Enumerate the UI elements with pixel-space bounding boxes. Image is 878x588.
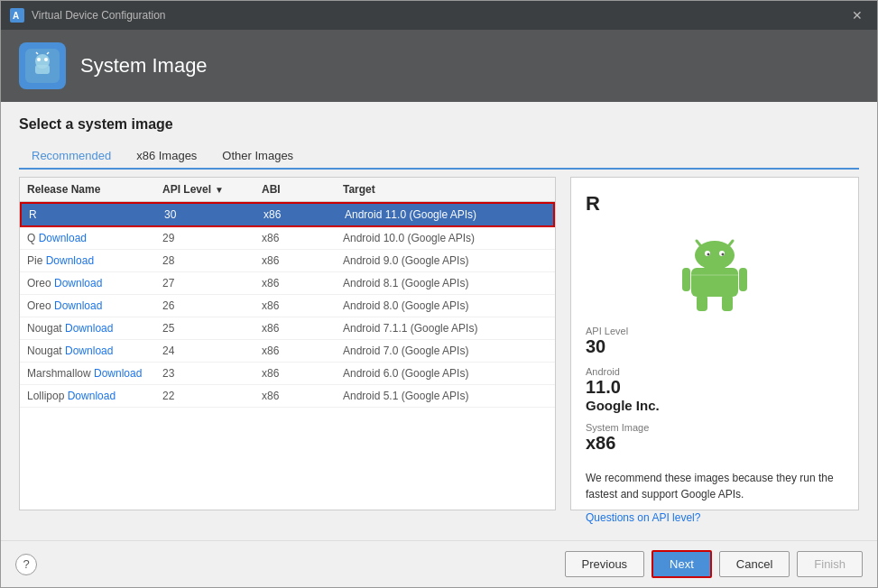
previous-button[interactable]: Previous: [565, 551, 645, 577]
download-link[interactable]: Download: [94, 367, 142, 380]
header: System Image: [1, 30, 877, 102]
info-description: We recommend these images because they r…: [586, 470, 844, 502]
api-label: API Level: [586, 326, 844, 336]
cell-release: Lollipop Download: [27, 390, 162, 402]
col-api: API Level ▼: [162, 183, 262, 196]
cell-target: Android 5.1 (Google APIs): [343, 390, 548, 402]
cell-abi: x86: [262, 322, 343, 335]
cell-abi: x86: [262, 254, 343, 267]
cell-api: 30: [164, 208, 263, 221]
cell-target: Android 6.0 (Google APIs): [343, 367, 548, 380]
android-robot: [586, 234, 844, 315]
table-row[interactable]: Q Download 29 x86 Android 10.0 (Google A…: [20, 227, 555, 250]
svg-rect-17: [682, 268, 690, 291]
footer-left: ?: [15, 554, 37, 575]
svg-text:A: A: [13, 11, 19, 21]
section-title: Select a system image: [19, 116, 859, 133]
table-header: Release Name API Level ▼ ABI Target: [20, 178, 555, 202]
table-row[interactable]: Oreo Download 26 x86 Android 8.0 (Google…: [20, 295, 555, 317]
android-robot-icon: [679, 234, 751, 315]
svg-point-6: [44, 58, 48, 61]
window: A Virtual Device Configuration ✕ System …: [0, 0, 878, 588]
help-button[interactable]: ?: [15, 554, 37, 575]
cell-release: R: [29, 208, 164, 221]
tab-x86[interactable]: x86 Images: [124, 143, 209, 170]
cell-target: Android 8.1 (Google APIs): [343, 277, 548, 289]
cell-target: Android 7.0 (Google APIs): [343, 345, 548, 357]
cell-abi: x86: [263, 208, 345, 221]
sort-icon: ▼: [215, 185, 224, 195]
cell-abi: x86: [262, 345, 343, 357]
col-target: Target: [343, 183, 548, 196]
cell-target: Android 8.0 (Google APIs): [343, 299, 548, 312]
col-abi: ABI: [262, 183, 343, 196]
table-row[interactable]: Nougat Download 24 x86 Android 7.0 (Goog…: [20, 340, 555, 363]
svg-rect-4: [35, 65, 50, 74]
cell-abi: x86: [262, 232, 343, 244]
questions-link[interactable]: Questions on API level?: [586, 511, 844, 524]
cancel-button[interactable]: Cancel: [719, 551, 790, 577]
svg-rect-16: [691, 268, 738, 297]
download-link[interactable]: Download: [65, 345, 113, 357]
content: Select a system image Recommended x86 Im…: [1, 102, 877, 533]
title-bar-left: A Virtual Device Configuration: [10, 8, 166, 23]
svg-rect-18: [739, 268, 747, 291]
cell-target: Android 10.0 (Google APIs): [343, 232, 548, 244]
main-area: Release Name API Level ▼ ABI Target: [19, 177, 859, 533]
download-link[interactable]: Download: [54, 299, 102, 312]
header-logo-icon: [25, 49, 60, 83]
download-link[interactable]: Download: [39, 232, 87, 244]
table-panel: Release Name API Level ▼ ABI Target: [19, 177, 556, 510]
cell-release: Marshmallow Download: [27, 367, 162, 380]
cell-api: 29: [162, 232, 262, 244]
android-label: Android: [586, 366, 844, 377]
cell-abi: x86: [262, 299, 343, 312]
table-row[interactable]: Oreo Download 27 x86 Android 8.1 (Google…: [20, 272, 555, 295]
svg-point-15: [722, 253, 725, 256]
table-body: R 30 x86 Android 11.0 (Google APIs) Q Do…: [20, 202, 555, 510]
download-link[interactable]: Download: [65, 322, 113, 335]
col-release: Release Name: [27, 183, 162, 196]
title-bar: A Virtual Device Configuration ✕: [1, 1, 877, 30]
cell-release: Pie Download: [27, 254, 162, 267]
svg-point-14: [707, 253, 710, 256]
tabs: Recommended x86 Images Other Images: [19, 143, 859, 170]
table-row[interactable]: Lollipop Download 22 x86 Android 5.1 (Go…: [20, 385, 555, 408]
next-button[interactable]: Next: [652, 550, 712, 578]
footer-right: Previous Next Cancel Finish: [565, 550, 863, 578]
cell-abi: x86: [262, 390, 343, 402]
cell-release: Oreo Download: [27, 277, 162, 289]
android-value: 11.0: [586, 377, 844, 398]
cell-target: Android 9.0 (Google APIs): [343, 254, 548, 267]
header-icon: [19, 42, 66, 89]
table-row[interactable]: Marshmallow Download 23 x86 Android 6.0 …: [20, 363, 555, 385]
api-value: 30: [586, 336, 844, 357]
tab-recommended[interactable]: Recommended: [19, 143, 124, 170]
table-row[interactable]: R 30 x86 Android 11.0 (Google APIs): [20, 202, 555, 227]
cell-target: Android 7.1.1 (Google APIs): [343, 322, 548, 335]
cell-api: 22: [162, 390, 262, 402]
cell-api: 25: [162, 322, 262, 335]
download-link[interactable]: Download: [68, 390, 116, 402]
window-title: Virtual Device Configuration: [32, 9, 166, 22]
finish-button[interactable]: Finish: [797, 551, 863, 577]
svg-rect-20: [722, 295, 733, 311]
info-android-group: Android 11.0 Google Inc.: [586, 366, 844, 413]
cell-release: Nougat Download: [27, 345, 162, 357]
cell-api: 24: [162, 345, 262, 357]
cell-abi: x86: [262, 277, 343, 289]
info-release: R: [586, 192, 844, 216]
info-sysimage-group: System Image x86: [586, 422, 844, 454]
download-link[interactable]: Download: [54, 277, 102, 289]
download-link[interactable]: Download: [46, 254, 94, 267]
cell-abi: x86: [262, 367, 343, 380]
company-value: Google Inc.: [586, 398, 844, 413]
app-icon: A: [10, 8, 24, 23]
tab-other[interactable]: Other Images: [209, 143, 306, 170]
cell-api: 23: [162, 367, 262, 380]
table-row[interactable]: Nougat Download 25 x86 Android 7.1.1 (Go…: [20, 317, 555, 340]
info-panel: R: [570, 177, 859, 510]
info-api-group: API Level 30: [586, 326, 844, 357]
close-button[interactable]: ✕: [846, 6, 868, 24]
table-row[interactable]: Pie Download 28 x86 Android 9.0 (Google …: [20, 250, 555, 272]
